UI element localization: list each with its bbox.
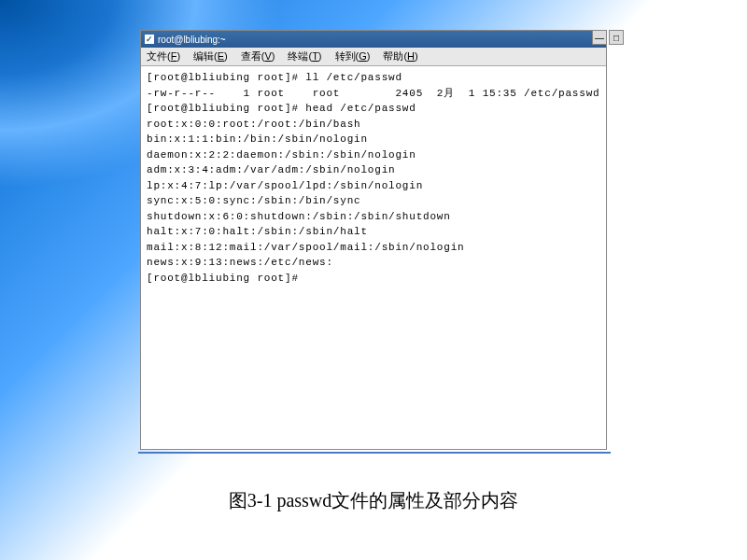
- window-title: root@lbliubing:~: [158, 35, 226, 45]
- minimize-button[interactable]: —: [592, 30, 607, 45]
- terminal-window: ✓ root@lbliubing:~ 文件(F) 编辑(E) 查看(V) 终端(…: [140, 30, 607, 450]
- maximize-button[interactable]: □: [609, 30, 624, 45]
- window-bottom-border: [138, 452, 611, 454]
- menubar: 文件(F) 编辑(E) 查看(V) 终端(T) 转到(G) 帮助(H): [141, 48, 606, 66]
- menu-go[interactable]: 转到(G): [335, 49, 371, 63]
- menu-edit[interactable]: 编辑(E): [193, 49, 228, 63]
- terminal-content[interactable]: [root@lbliubing root]# ll /etc/passwd -r…: [141, 66, 606, 449]
- titlebar[interactable]: ✓ root@lbliubing:~: [141, 31, 606, 48]
- menu-view[interactable]: 查看(V): [241, 49, 275, 63]
- figure-caption: 图3-1 passwd文件的属性及部分内容: [0, 488, 747, 513]
- titlebar-check-icon: ✓: [145, 35, 154, 44]
- window-controls: — □: [592, 30, 624, 45]
- menu-help[interactable]: 帮助(H): [383, 49, 417, 63]
- menu-terminal[interactable]: 终端(T): [288, 49, 321, 63]
- menu-file[interactable]: 文件(F): [147, 49, 180, 63]
